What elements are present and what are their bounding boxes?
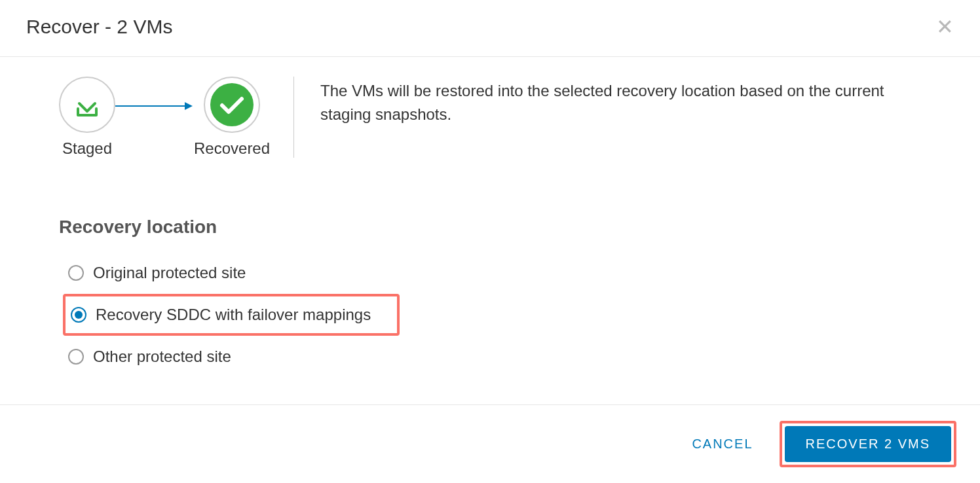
section-title: Recovery location [59, 217, 941, 238]
modal-header: Recover - 2 VMs ✕ [0, 0, 980, 57]
radio-label: Other protected site [93, 348, 231, 366]
modal-body: Staged Recovered [0, 57, 980, 404]
recover-modal: Recover - 2 VMs ✕ Staged [0, 0, 980, 483]
close-icon[interactable]: ✕ [936, 16, 954, 37]
radio-original-protected-site[interactable]: Original protected site [63, 257, 256, 289]
step-staged: Staged [59, 77, 115, 158]
radio-recovery-sddc[interactable]: Recovery SDDC with failover mappings [63, 294, 400, 336]
confirm-button-highlight: RECOVER 2 VMS [780, 421, 956, 467]
radio-icon [71, 307, 86, 323]
radio-label: Original protected site [93, 264, 246, 282]
cancel-button[interactable]: CANCEL [681, 427, 763, 461]
step-recovered: Recovered [194, 77, 270, 158]
description-text: The VMs will be restored into the select… [320, 77, 941, 126]
radio-other-protected-site[interactable]: Other protected site [63, 341, 242, 372]
radio-icon [68, 265, 84, 281]
recover-button[interactable]: RECOVER 2 VMS [785, 426, 951, 462]
step-staged-label: Staged [62, 139, 112, 158]
step-recovered-label: Recovered [194, 139, 270, 158]
progress-diagram: Staged Recovered [59, 77, 294, 158]
modal-footer: CANCEL RECOVER 2 VMS [0, 404, 980, 483]
svg-marker-1 [185, 102, 193, 110]
recovered-icon [204, 77, 260, 133]
arrow-icon [115, 99, 194, 113]
svg-point-2 [210, 83, 254, 126]
modal-title: Recover - 2 VMs [26, 16, 172, 38]
staged-icon [59, 77, 115, 133]
progress-row: Staged Recovered [59, 77, 941, 158]
radio-label: Recovery SDDC with failover mappings [96, 306, 371, 324]
radio-icon [68, 349, 84, 365]
recovery-location-group: Original protected site Recovery SDDC wi… [63, 257, 941, 372]
